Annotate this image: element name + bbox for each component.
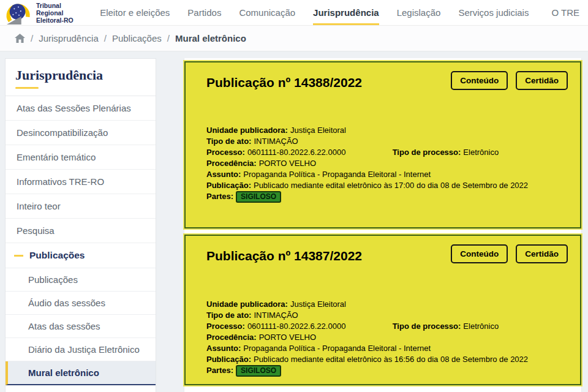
field-assunto: Assunto:Propaganda Política - Propaganda… (206, 169, 568, 180)
field-tipo-de-processo: Tipo de processo:Eletrônico (393, 322, 499, 331)
section-accent-dash (14, 255, 23, 257)
sidebar-item-atas-sessoes-plenarias[interactable]: Atas das Sessões Plenárias (6, 96, 156, 121)
field-publicacao: Publicação:Publicado mediante edital ele… (206, 180, 568, 191)
field-assunto: Assunto:Propaganda Política - Propaganda… (206, 343, 568, 354)
home-icon[interactable] (15, 34, 25, 43)
field-processo: Processo:0601111-80.2022.6.22.0000 (206, 321, 390, 332)
publication-card-14388: Publicação nº 14388/2022 Conteúdo Certid… (184, 61, 581, 228)
publications-panel: Publicação nº 14388/2022 Conteúdo Certid… (184, 58, 582, 392)
publication-fields: Unidade publicadora:Justiça Eleitoral Ti… (206, 125, 568, 203)
sidebar-section-publicacoes[interactable]: Publicações (6, 243, 156, 268)
top-navigation: Tribunal Regional Eleitoral-RO Eleitor e… (0, 0, 588, 26)
field-tipo-de-ato: Tipo de ato:INTIMAÇÃO (206, 136, 568, 147)
certidao-button[interactable]: Certidão (516, 244, 568, 263)
sidebar-item-inteiro-teor[interactable]: Inteiro teor (6, 194, 156, 219)
breadcrumb-separator: / (167, 33, 170, 43)
publication-fields: Unidade publicadora:Justiça Eleitoral Ti… (206, 299, 568, 377)
field-processo: Processo:0601111-80.2022.6.22.0000 (206, 147, 390, 158)
page-body: Jurisprudência Atas das Sessões Plenária… (0, 51, 588, 392)
nav-item-o-tre[interactable]: O TRE (551, 0, 579, 25)
breadcrumb: / Jurisprudência / Publicações / Mural e… (0, 26, 588, 51)
field-procedencia: Procedência:PORTO VELHO (206, 158, 568, 169)
sidebar-item-informativos-tre-ro[interactable]: Informativos TRE-RO (6, 170, 156, 194)
sidebar-item-audio-das-sessoes[interactable]: Áudio das sessões (6, 292, 156, 315)
field-unidade-publicadora: Unidade publicadora:Justiça Eleitoral (206, 299, 568, 310)
nav-item-partidos[interactable]: Partidos (187, 0, 221, 25)
nav-item-comunicacao[interactable]: Comunicação (239, 0, 295, 25)
field-partes: Partes:SIGILOSO (206, 191, 568, 203)
sidebar-item-atas-das-sessoes[interactable]: Atas das sessões (6, 315, 156, 338)
field-partes: Partes:SIGILOSO (206, 365, 568, 377)
nav-item-legislacao[interactable]: Legislação (397, 0, 441, 25)
nav-item-servicos-judiciais[interactable]: Serviços judiciais (458, 0, 529, 25)
breadcrumb-separator: / (104, 33, 107, 43)
sidebar-item-desincompatibilizacao[interactable]: Desincompatibilização (6, 121, 156, 145)
sidebar-item-diario-justica-eletronico[interactable]: Diário da Justiça Eletrônico (6, 338, 156, 361)
conteudo-button[interactable]: Conteúdo (451, 244, 508, 263)
title-accent-bar (15, 87, 39, 89)
field-procedencia: Procedência:PORTO VELHO (206, 332, 568, 343)
nav-item-eleitor-e-eleicoes[interactable]: Eleitor e eleições (100, 0, 170, 25)
conteudo-button[interactable]: Conteúdo (451, 71, 508, 90)
brand-name: Tribunal Regional Eleitoral-RO (36, 2, 74, 24)
field-unidade-publicadora: Unidade publicadora:Justiça Eleitoral (206, 125, 568, 136)
sidebar-item-publicacoes[interactable]: Publicações (6, 268, 156, 292)
main-menu: Eleitor e eleições Partidos Comunicação … (100, 0, 579, 25)
sidebar-item-pesquisa[interactable]: Pesquisa (6, 219, 156, 243)
sidebar-jurisprudencia: Jurisprudência Atas das Sessões Plenária… (5, 58, 156, 392)
publication-title: Publicação nº 14388/2022 (206, 75, 362, 90)
tre-logo[interactable]: Tribunal Regional Eleitoral-RO (5, 0, 74, 25)
breadcrumb-link-publicacoes[interactable]: Publicações (112, 33, 162, 43)
certidao-button[interactable]: Certidão (516, 71, 568, 90)
publication-title: Publicação nº 14387/2022 (206, 249, 362, 263)
breadcrumb-link-jurisprudencia[interactable]: Jurisprudência (39, 33, 99, 43)
sigiloso-badge: SIGILOSO (236, 191, 281, 203)
sidebar-item-mural-eletronico[interactable]: Mural eletrônico (6, 361, 156, 385)
field-tipo-de-processo: Tipo de processo:Eletrônico (393, 148, 499, 157)
nav-item-jurisprudencia[interactable]: Jurisprudência (313, 0, 379, 25)
field-processo-row: Processo:0601111-80.2022.6.22.0000 Tipo … (206, 321, 568, 332)
breadcrumb-separator: / (31, 33, 33, 43)
sigiloso-badge: SIGILOSO (236, 365, 281, 377)
breadcrumb-current: Mural eletrônico (175, 33, 246, 43)
tre-globe-icon (5, 1, 32, 25)
sidebar-title: Jurisprudência (6, 59, 156, 96)
field-processo-row: Processo:0601111-80.2022.6.22.0000 Tipo … (206, 147, 568, 158)
sidebar-item-ementario-tematico[interactable]: Ementário temático (6, 145, 156, 170)
field-tipo-de-ato: Tipo de ato:INTIMAÇÃO (206, 310, 568, 321)
field-publicacao: Publicação:Publicado mediante edital ele… (206, 354, 568, 365)
publication-card-14387: Publicação nº 14387/2022 Conteúdo Certid… (184, 235, 581, 385)
